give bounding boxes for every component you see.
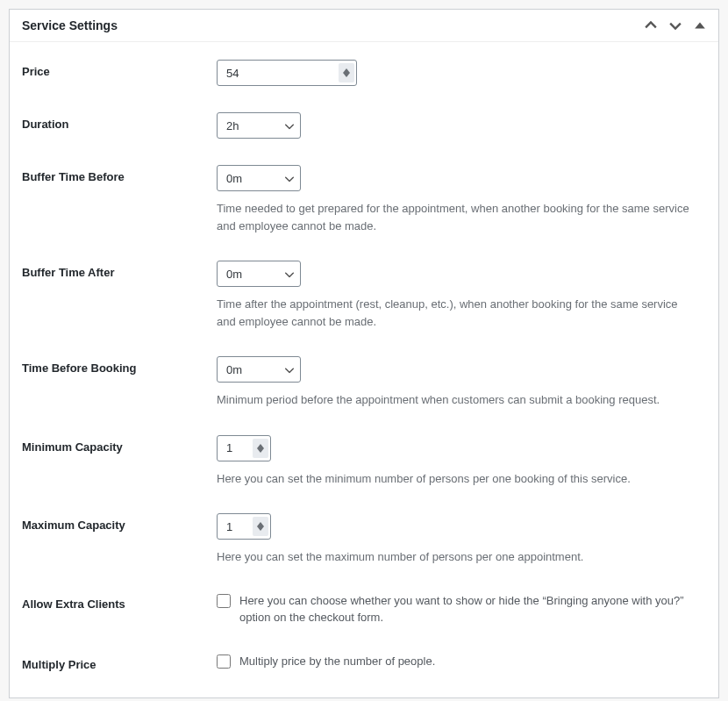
service-settings-panel: Service Settings Price	[9, 9, 719, 698]
max-capacity-label: Maximum Capacity	[22, 513, 217, 532]
buffer-before-select[interactable]: 0m	[217, 165, 301, 191]
duration-select-wrap: 2h	[217, 112, 301, 139]
price-label: Price	[22, 60, 217, 78]
multiply-price-checkbox-wrap: Multiply price by the number of people.	[217, 653, 706, 670]
allow-extra-checkbox-wrap: Here you can choose whether you want to …	[217, 592, 706, 626]
max-capacity-help: Here you can set the maximum number of p…	[217, 548, 699, 566]
field-duration: Duration 2h	[22, 112, 706, 139]
multiply-price-label: Multiply Price	[22, 653, 217, 671]
panel-header: Service Settings	[10, 10, 718, 42]
buffer-before-label: Buffer Time Before	[22, 165, 217, 183]
collapse-icon[interactable]	[694, 19, 706, 32]
time-before-booking-label: Time Before Booking	[22, 356, 217, 375]
price-stepper[interactable]	[339, 63, 354, 82]
buffer-after-select[interactable]: 0m	[217, 261, 301, 287]
max-capacity-stepper[interactable]	[253, 517, 268, 536]
buffer-after-label: Buffer Time After	[22, 261, 217, 279]
time-before-booking-select[interactable]: 0m	[217, 356, 301, 383]
field-min-capacity: Minimum Capacity Here you can set the mi…	[22, 435, 706, 488]
panel-controls	[645, 19, 706, 32]
min-capacity-input-wrap	[217, 435, 271, 461]
time-before-booking-select-wrap: 0m	[217, 356, 301, 383]
field-buffer-before: Buffer Time Before 0m Time needed to get…	[22, 165, 706, 234]
price-input[interactable]	[217, 60, 357, 86]
multiply-price-help: Multiply price by the number of people.	[239, 653, 435, 670]
buffer-after-select-wrap: 0m	[217, 261, 301, 287]
buffer-after-help: Time after the appointment (rest, cleanu…	[217, 296, 699, 330]
buffer-before-help: Time needed to get prepared for the appo…	[217, 200, 699, 234]
time-before-booking-help: Minimum period before the appointment wh…	[217, 391, 699, 409]
field-price: Price	[22, 60, 706, 86]
field-multiply-price: Multiply Price Multiply price by the num…	[22, 653, 706, 671]
min-capacity-help: Here you can set the minimum number of p…	[217, 470, 699, 488]
field-buffer-after: Buffer Time After 0m Time after the appo…	[22, 261, 706, 330]
panel-body: Price Duration 2h	[10, 42, 718, 697]
allow-extra-help: Here you can choose whether you want to …	[239, 592, 704, 626]
field-max-capacity: Maximum Capacity Here you can set the ma…	[22, 513, 706, 566]
panel-title: Service Settings	[22, 18, 118, 32]
min-capacity-stepper[interactable]	[253, 439, 268, 458]
duration-label: Duration	[22, 112, 217, 131]
move-down-icon[interactable]	[669, 19, 682, 32]
multiply-price-checkbox[interactable]	[217, 655, 231, 669]
move-up-icon[interactable]	[645, 19, 657, 32]
allow-extra-checkbox[interactable]	[217, 594, 231, 608]
min-capacity-label: Minimum Capacity	[22, 435, 217, 454]
field-time-before-booking: Time Before Booking 0m Minimum period be…	[22, 356, 706, 409]
allow-extra-label: Allow Extra Clients	[22, 592, 217, 611]
buffer-before-select-wrap: 0m	[217, 165, 301, 191]
price-input-wrap	[217, 60, 357, 86]
max-capacity-input-wrap	[217, 513, 271, 540]
field-allow-extra: Allow Extra Clients Here you can choose …	[22, 592, 706, 626]
duration-select[interactable]: 2h	[217, 112, 301, 139]
